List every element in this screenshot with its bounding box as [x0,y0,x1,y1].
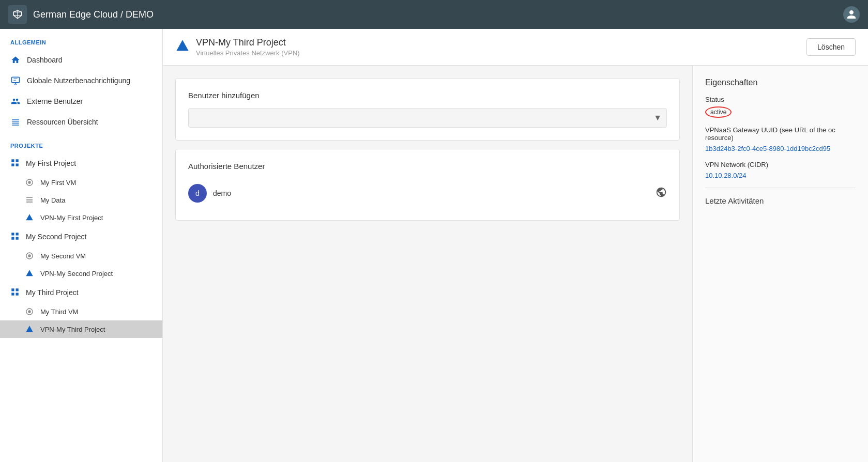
project1-label: My First Project [26,159,76,167]
properties-sidebar: Eigenschaften Status active VPNaaS Gatew… [692,66,868,462]
layout: ALLGEMEIN Dashboard Globale Nutzerbenach… [0,29,868,462]
svg-marker-17 [26,270,33,276]
status-label: Status [705,96,856,103]
svg-rect-18 [11,288,14,291]
svg-rect-7 [16,159,19,162]
user-menu-button[interactable] [843,6,860,23]
gateway-section: VPNaaS Gateway UUID (see URL of the oc r… [705,126,856,152]
user-list-item: d demo [188,179,667,208]
activities-title: Letzte Aktivitäten [705,196,856,205]
sidebar-item-globale[interactable]: Globale Nutzerbenachrichtigung [0,70,162,91]
sidebar-item-my-data[interactable]: My Data [0,191,162,209]
sidebar-item-externe[interactable]: Externe Benutzer [0,91,162,112]
network-section: VPN Network (CIDR) 10.10.28.0/24 [705,161,856,179]
svg-marker-23 [26,326,33,332]
properties-title: Eigenschaften [705,78,856,87]
svg-marker-24 [176,40,188,51]
vpn-page-icon [175,39,190,55]
vm-icon-3 [25,307,34,316]
vm-icon-1 [25,178,34,187]
third-vm-label: My Third VM [40,308,78,316]
app-logo [8,5,27,24]
svg-rect-20 [11,293,14,296]
header: German Edge Cloud / DEMO [0,0,868,29]
authorized-users-title: Authorisierte Benutzer [188,162,667,171]
content-main: Benutzer hinzufügen ▼ Authorisierte Benu… [163,66,692,462]
sidebar-item-vpn-second[interactable]: VPN-My Second Project [0,265,162,282]
dashboard-label: Dashboard [27,56,63,64]
network-label: VPN Network (CIDR) [705,161,856,168]
svg-rect-1 [12,77,20,83]
sidebar-item-ressourcen[interactable]: Ressourcen Übersicht [0,112,162,132]
user-info: d demo [188,184,231,203]
users-icon [10,96,21,106]
externe-label: Externe Benutzer [27,97,83,105]
first-vm-label: My First VM [40,179,76,187]
vpn-second-label: VPN-My Second Project [40,270,113,278]
user-initial: d [195,189,200,197]
user-name: demo [213,189,231,197]
sidebar-item-project3[interactable]: My Third Project [0,282,162,303]
svg-rect-5 [12,125,19,126]
user-globe-action-icon[interactable] [656,187,667,201]
bell-icon [10,75,21,86]
page-header-left: VPN-My Third Project Virtuelles Privates… [175,37,300,57]
sidebar-item-project1[interactable]: My First Project [0,153,162,174]
add-user-title: Benutzer hinzufügen [188,91,667,100]
project2-label: My Second Project [26,233,87,241]
svg-point-10 [28,181,31,183]
main-content: VPN-My Third Project Virtuelles Privates… [163,29,868,462]
status-badge: active [705,106,732,118]
page-subtitle: Virtuelles Privates Netzwerk (VPN) [196,49,300,57]
svg-rect-13 [16,233,19,235]
add-user-select[interactable] [188,108,667,128]
svg-rect-12 [11,233,14,235]
network-value: 10.10.28.0/24 [705,172,856,179]
gateway-value: 1b3d24b3-2fc0-4ce5-8980-1dd19bc2cd95 [705,145,856,152]
svg-rect-9 [16,164,19,166]
sidebar-item-vpn-first[interactable]: VPN-My First Project [0,209,162,226]
header-title: German Edge Cloud / DEMO [33,9,154,20]
add-user-dropdown-wrapper: ▼ [188,108,667,128]
grid-icon-p1 [10,158,21,168]
user-avatar: d [188,184,207,203]
svg-rect-21 [16,293,19,296]
gateway-label: VPNaaS Gateway UUID (see URL of the oc r… [705,126,856,142]
sidebar: ALLGEMEIN Dashboard Globale Nutzerbenach… [0,29,163,462]
project3-label: My Third Project [26,288,79,297]
svg-rect-4 [12,123,19,124]
sidebar-item-project2[interactable]: My Second Project [0,226,162,247]
page-title: VPN-My Third Project [196,37,300,48]
home-icon [10,55,21,65]
delete-button[interactable]: Löschen [806,38,856,56]
svg-rect-19 [16,288,19,291]
second-vm-label: My Second VM [40,252,86,260]
globale-label: Globale Nutzerbenachrichtigung [27,76,130,85]
svg-rect-8 [11,164,14,166]
page-header: VPN-My Third Project Virtuelles Privates… [163,29,868,66]
sidebar-item-first-vm[interactable]: My First VM [0,174,162,191]
svg-rect-15 [16,237,19,240]
properties-divider [705,188,856,188]
add-user-card: Benutzer hinzufügen ▼ [175,78,680,141]
data-icon-1 [25,195,34,205]
sidebar-item-dashboard[interactable]: Dashboard [0,50,162,70]
svg-rect-14 [11,237,14,240]
vpn-icon-3 [25,325,34,334]
svg-rect-6 [11,159,14,162]
allgemein-section-title: ALLGEMEIN [0,29,162,50]
projekte-section-title: PROJEKTE [0,132,162,153]
sidebar-item-vpn-third[interactable]: VPN-My Third Project [0,320,162,338]
header-left: German Edge Cloud / DEMO [8,5,154,24]
vm-icon-2 [25,251,34,260]
my-data-label: My Data [40,196,65,204]
sidebar-item-second-vm[interactable]: My Second VM [0,247,162,265]
grid-icon-p3 [10,287,21,298]
sidebar-item-third-vm[interactable]: My Third VM [0,303,162,320]
page-title-group: VPN-My Third Project Virtuelles Privates… [196,37,300,57]
vpn-icon-1 [25,213,34,222]
vpn-third-label: VPN-My Third Project [40,326,105,333]
content-area: Benutzer hinzufügen ▼ Authorisierte Benu… [163,66,868,462]
svg-rect-2 [12,119,19,120]
list-icon [10,117,21,127]
